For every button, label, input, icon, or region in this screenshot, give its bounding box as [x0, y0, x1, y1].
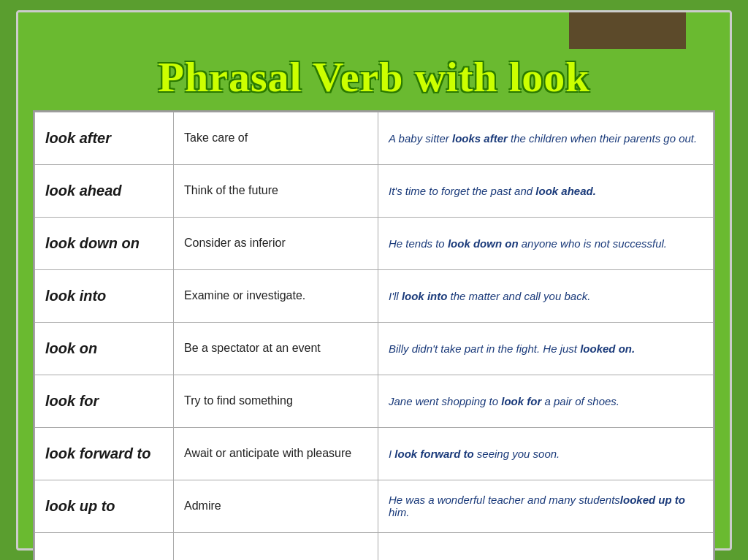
table-row: look down onConsider as inferiorHe tends… — [35, 217, 714, 269]
definition-cell: Examine or investigate. — [174, 269, 378, 322]
table-row: look afterTake care ofA baby sitter look… — [35, 112, 714, 164]
table-row: look onBe a spectator at an eventBilly d… — [35, 322, 714, 375]
definition-cell: Consider as inferior — [174, 217, 378, 269]
table-row: look aheadThink of the futureIt's time t… — [35, 164, 714, 217]
main-container: Phrasal Verb with look look afterTake ca… — [16, 10, 732, 551]
phrase-cell: look into — [35, 269, 174, 322]
definition-cell: Try to find something — [174, 375, 378, 427]
page-title: Phrasal Verb with look — [159, 53, 590, 101]
table-row: look intoExamine or investigate.I'll loo… — [35, 269, 714, 322]
example-cell: Billy didn't take part in the fight. He … — [378, 322, 714, 375]
table-row: look forward toAwait or anticipate with … — [35, 427, 714, 480]
example-cell: Jane went shopping to look for a pair of… — [378, 375, 714, 427]
phrase-cell: look after — [35, 112, 174, 164]
phrase-cell: look up to — [35, 480, 174, 532]
empty-cell — [35, 532, 174, 560]
table-row: look up toAdmireHe was a wonderful teach… — [35, 480, 714, 532]
definition-cell: Take care of — [174, 112, 378, 164]
table-wrapper: look afterTake care ofA baby sitter look… — [33, 110, 715, 561]
definition-cell: Await or anticipate with pleasure — [174, 427, 378, 480]
table-row-empty — [35, 532, 714, 560]
example-cell: He tends to look down on anyone who is n… — [378, 217, 714, 269]
phrasal-verb-table: look afterTake care ofA baby sitter look… — [34, 112, 714, 561]
example-cell: He was a wonderful teacher and many stud… — [378, 480, 714, 532]
example-cell: I'll look into the matter and call you b… — [378, 269, 714, 322]
table-row: look forTry to find somethingJane went s… — [35, 375, 714, 427]
example-cell: It's time to forget the past and look ah… — [378, 164, 714, 217]
definition-cell: Admire — [174, 480, 378, 532]
definition-cell: Be a spectator at an event — [174, 322, 378, 375]
example-cell: I look forward to seeing you soon. — [378, 427, 714, 480]
phrase-cell: look on — [35, 322, 174, 375]
example-cell: A baby sitter looks after the children w… — [378, 112, 714, 164]
empty-cell — [174, 532, 378, 560]
brown-decoration — [569, 12, 686, 49]
phrase-cell: look for — [35, 375, 174, 427]
phrase-cell: look ahead — [35, 164, 174, 217]
definition-cell: Think of the future — [174, 164, 378, 217]
empty-cell — [378, 532, 714, 560]
phrase-cell: look forward to — [35, 427, 174, 480]
phrase-cell: look down on — [35, 217, 174, 269]
